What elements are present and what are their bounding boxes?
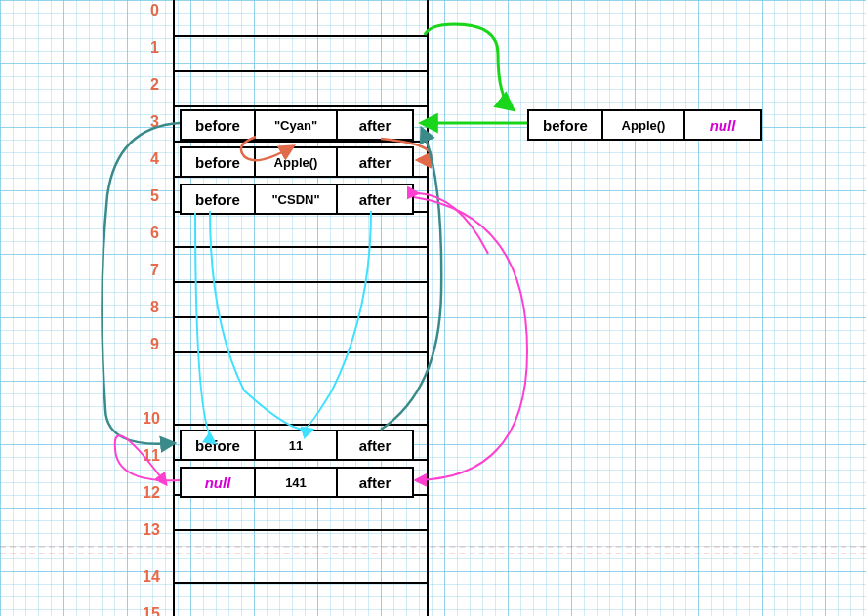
slot-13	[175, 494, 427, 531]
index-5: 5	[150, 187, 159, 205]
node-12-before-null: null	[182, 469, 256, 496]
hash-column	[173, 0, 429, 616]
node-4-after: after	[338, 148, 412, 176]
index-13: 13	[143, 521, 160, 539]
index-6: 6	[150, 225, 159, 242]
node-4-before: before	[182, 148, 256, 176]
index-3: 3	[150, 113, 159, 131]
node-5-value: "CSDN"	[256, 185, 338, 213]
node-3-after: after	[338, 111, 412, 139]
index-14: 14	[143, 568, 160, 586]
node-11-before: before	[182, 431, 256, 459]
slot-7	[175, 246, 427, 283]
node-11: before 11 after	[180, 430, 414, 461]
slot-9	[175, 316, 427, 353]
node-3-before: before	[182, 111, 256, 139]
node-11-value: 11	[256, 431, 338, 459]
slot-6	[175, 211, 427, 248]
node-external-before: before	[529, 111, 603, 139]
node-3: before "Cyan" after	[180, 109, 414, 141]
slot-14	[175, 529, 427, 584]
node-5-after: after	[338, 185, 412, 213]
index-0: 0	[150, 2, 159, 20]
node-3-value: "Cyan"	[256, 111, 338, 139]
index-8: 8	[150, 299, 159, 316]
index-4: 4	[150, 150, 159, 168]
node-12: null 141 after	[180, 467, 414, 498]
index-2: 2	[150, 76, 159, 94]
node-external-right-null: null	[685, 111, 760, 139]
node-12-after: after	[338, 469, 412, 496]
slot-8	[175, 281, 427, 318]
slot-10	[175, 351, 427, 426]
index-7: 7	[150, 262, 159, 279]
node-11-after: after	[338, 431, 412, 459]
node-external-value: Apple()	[603, 111, 685, 139]
node-4-value: Apple()	[256, 148, 338, 176]
node-external: before Apple() null	[527, 109, 762, 141]
dashed-divider	[0, 553, 866, 554]
index-11: 11	[143, 447, 160, 465]
index-10: 10	[143, 410, 160, 428]
node-12-value: 141	[256, 469, 338, 496]
dashed-divider	[0, 546, 866, 548]
slot-0	[175, 0, 427, 37]
node-4: before Apple() after	[180, 146, 414, 178]
index-1: 1	[150, 39, 159, 57]
index-12: 12	[143, 484, 160, 502]
node-5: before "CSDN" after	[180, 184, 414, 215]
index-15: 15	[143, 605, 160, 616]
slot-15	[175, 582, 427, 616]
index-9: 9	[150, 336, 159, 353]
grid-background	[0, 0, 866, 616]
slot-2	[175, 70, 427, 107]
node-5-before: before	[182, 185, 256, 213]
slot-1	[175, 35, 427, 72]
